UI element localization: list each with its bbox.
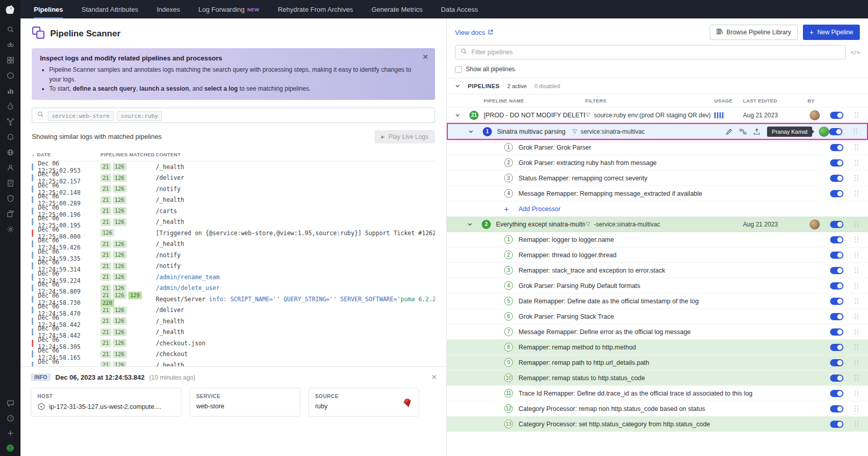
processor-row[interactable]: 4Grok Parser: Parsing Ruby Default forma… bbox=[447, 278, 868, 294]
add-processor-button[interactable]: +Add Processor bbox=[447, 201, 868, 217]
datadog-logo-icon[interactable] bbox=[4, 4, 17, 17]
search-icon[interactable] bbox=[6, 25, 14, 33]
processor-toggle[interactable] bbox=[830, 298, 851, 305]
drag-handle-icon[interactable] bbox=[851, 267, 862, 274]
processor-row[interactable]: 8Remapper: remap method to http.method bbox=[447, 340, 868, 355]
processor-toggle[interactable] bbox=[830, 282, 851, 289]
processor-row[interactable]: 10Remapper: remap status to http.status_… bbox=[447, 370, 868, 386]
processor-toggle[interactable] bbox=[830, 313, 851, 320]
help-icon[interactable]: ? bbox=[6, 414, 14, 422]
processor-row[interactable]: 6Grok Parser: Parsing Stack Trace bbox=[447, 309, 868, 324]
pipeline-count-chip[interactable]: 126 bbox=[113, 240, 127, 248]
drag-handle-icon[interactable] bbox=[851, 221, 862, 227]
pipeline-count-chip[interactable]: 21 bbox=[100, 163, 111, 171]
drag-handle-icon[interactable] bbox=[851, 175, 862, 181]
processor-row[interactable]: 4Message Remapper: Remapping message_ext… bbox=[447, 186, 868, 201]
pipeline-count-chip[interactable]: 21 bbox=[100, 284, 111, 292]
pipeline-count-chip[interactable]: 126 bbox=[113, 185, 127, 193]
drag-handle-icon[interactable] bbox=[851, 298, 862, 304]
drag-handle-icon[interactable] bbox=[851, 359, 862, 366]
tab-standard-attributes[interactable]: Standard Attributes bbox=[81, 0, 138, 18]
pipeline-count-chip[interactable]: 126 bbox=[113, 292, 127, 299]
pipeline-count-chip[interactable]: 21 bbox=[100, 185, 111, 193]
pipeline-toggle[interactable] bbox=[830, 221, 851, 228]
processor-row[interactable]: 1Grok Parser: Grok Parser bbox=[447, 140, 868, 155]
tab-generate-metrics[interactable]: Generate Metrics bbox=[371, 0, 423, 18]
pipeline-count-chip[interactable]: 21 bbox=[100, 251, 111, 259]
drag-handle-icon[interactable] bbox=[851, 236, 862, 243]
chevron-down-icon[interactable] bbox=[455, 113, 469, 118]
processor-row[interactable]: 7Message Remapper: Define error as the o… bbox=[447, 324, 868, 340]
tab-pipelines[interactable]: Pipelines bbox=[34, 0, 63, 18]
pipeline-count-chip[interactable]: 21 bbox=[100, 317, 111, 325]
pipeline-row[interactable]: 2Everything except sinatra-multiv…-servi… bbox=[447, 217, 868, 232]
pipeline-count-chip[interactable]: 21 bbox=[100, 328, 111, 336]
filter-pipelines-input[interactable]: Filter pipelines bbox=[455, 45, 846, 59]
drag-handle-icon[interactable] bbox=[851, 344, 862, 350]
pipeline-count-chip[interactable]: 21 bbox=[100, 273, 111, 281]
processor-toggle[interactable] bbox=[830, 236, 851, 243]
processor-toggle[interactable] bbox=[830, 344, 851, 351]
processor-toggle[interactable] bbox=[830, 421, 851, 428]
processor-row[interactable]: 9Remapper: remap path to http.url_detail… bbox=[447, 355, 868, 370]
edit-pipeline-icon[interactable] bbox=[726, 128, 733, 135]
processor-row[interactable]: 13Category Processor: set http.status_ca… bbox=[447, 417, 868, 432]
chat-icon[interactable] bbox=[6, 399, 14, 407]
tab-log-forwarding[interactable]: Log ForwardingNEW bbox=[198, 0, 259, 18]
pipeline-count-chip[interactable]: 126 bbox=[113, 251, 127, 259]
processor-toggle[interactable] bbox=[830, 159, 851, 167]
processor-row[interactable]: 11Trace Id Remapper: Define dd.trace_id … bbox=[447, 386, 868, 401]
detail-card-source[interactable]: SOURCEruby bbox=[308, 388, 419, 417]
security-icon[interactable] bbox=[6, 194, 14, 202]
pipeline-count-chip[interactable]: 126 bbox=[113, 284, 127, 292]
drag-handle-icon[interactable] bbox=[851, 190, 862, 197]
chevron-down-icon[interactable] bbox=[468, 129, 483, 134]
monitors-icon[interactable] bbox=[6, 133, 14, 141]
pipeline-count-chip[interactable]: 126 bbox=[113, 196, 127, 204]
play-live-logs-button[interactable]: ▶ Play Live Logs bbox=[375, 130, 435, 143]
drag-handle-icon[interactable] bbox=[851, 390, 862, 397]
pipeline-row[interactable]: 1Sinatra multivac parsingservice:sinatra… bbox=[447, 123, 868, 140]
processor-toggle[interactable] bbox=[830, 390, 851, 397]
pipeline-toggle[interactable] bbox=[830, 112, 851, 119]
pipeline-count-chip[interactable]: 129 bbox=[128, 292, 142, 299]
infrastructure-icon[interactable] bbox=[6, 71, 14, 79]
code-view-toggle[interactable]: </> bbox=[851, 50, 860, 55]
processor-toggle[interactable] bbox=[830, 144, 851, 151]
pipeline-count-chip[interactable]: 126 bbox=[113, 339, 127, 347]
processor-row[interactable]: 3Status Remapper: remapping correct seve… bbox=[447, 171, 868, 186]
export-pipeline-icon[interactable] bbox=[753, 128, 760, 135]
pipeline-count-chip[interactable]: 21 bbox=[100, 292, 111, 299]
watchdog-icon[interactable] bbox=[6, 40, 14, 49]
processor-row[interactable]: 2Grok Parser: extracting ruby hash from … bbox=[447, 155, 868, 171]
processor-toggle[interactable] bbox=[830, 190, 851, 197]
settings-icon[interactable] bbox=[6, 225, 14, 233]
detail-close-icon[interactable]: ✕ bbox=[431, 373, 437, 381]
processor-row[interactable]: 12Category Processor: remap non http.sta… bbox=[447, 401, 868, 417]
pipeline-row[interactable]: 21[PROD - DO NOT MODIFY DELETE…source:ru… bbox=[447, 108, 868, 123]
pipeline-count-chip[interactable]: 126 bbox=[113, 328, 127, 336]
dashboards-icon[interactable] bbox=[6, 56, 14, 64]
query-token[interactable]: service:web-store bbox=[48, 111, 114, 121]
pipeline-count-chip[interactable]: 126 bbox=[113, 218, 127, 226]
processor-toggle[interactable] bbox=[830, 267, 851, 274]
pipeline-count-chip[interactable]: 126 bbox=[113, 163, 127, 171]
pipeline-count-chip[interactable]: 126 bbox=[113, 306, 127, 314]
pipeline-count-chip[interactable]: 21 bbox=[100, 196, 111, 204]
processor-toggle[interactable] bbox=[830, 328, 851, 336]
drag-handle-icon[interactable] bbox=[851, 375, 862, 381]
chevron-down-icon[interactable] bbox=[467, 222, 482, 227]
drag-handle-icon[interactable] bbox=[851, 313, 862, 320]
pipeline-count-chip[interactable]: 126 bbox=[113, 207, 127, 215]
show-all-pipelines-checkbox[interactable]: Show all pipelines bbox=[455, 66, 860, 73]
detail-card-service[interactable]: SERVICEweb-store bbox=[190, 388, 300, 417]
processor-row[interactable]: 2Remapper: thread to logger.thread bbox=[447, 247, 868, 263]
drag-handle-icon[interactable] bbox=[851, 144, 862, 151]
pipeline-count-chip[interactable]: 21 bbox=[100, 218, 111, 226]
pipeline-count-chip[interactable]: 21 bbox=[100, 339, 111, 347]
column-header-date[interactable]: ↓DATE bbox=[32, 152, 100, 157]
synthetics-icon[interactable] bbox=[6, 148, 14, 156]
pipeline-count-chip[interactable]: 21 bbox=[100, 361, 111, 366]
apm-icon[interactable] bbox=[6, 102, 14, 110]
banner-close-icon[interactable]: ✕ bbox=[422, 53, 428, 61]
